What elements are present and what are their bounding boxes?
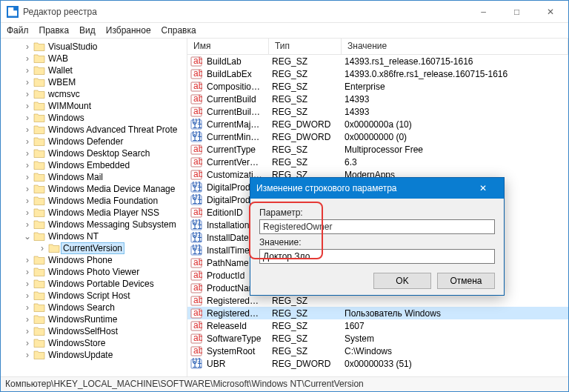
expander-icon[interactable]: › xyxy=(23,267,32,277)
expander-icon[interactable]: › xyxy=(23,89,32,99)
menu-edit[interactable]: Правка xyxy=(39,25,70,36)
folder-icon xyxy=(33,184,45,194)
tree-item[interactable]: ›Windows Media Player NSS xyxy=(1,207,187,219)
maximize-button[interactable]: □ xyxy=(500,1,533,23)
expander-icon[interactable]: › xyxy=(23,101,32,111)
tree-item[interactable]: ›Windows Media Device Manage xyxy=(1,183,187,195)
list-row[interactable]: 011110UBRREG_DWORD0x00000033 (51) xyxy=(187,357,568,370)
expander-icon[interactable]: › xyxy=(23,172,32,182)
ok-button[interactable]: OK xyxy=(373,273,431,289)
expander-icon[interactable]: › xyxy=(23,148,32,159)
tree-item[interactable]: ›Wallet xyxy=(1,64,187,76)
tree-item[interactable]: ›Windows Media Foundation xyxy=(1,195,187,207)
list-row[interactable]: abCurrentTypeREG_SZMultiprocessor Free xyxy=(187,143,568,156)
list-row[interactable]: abBuildLabREG_SZ14393.rs1_release.160715… xyxy=(187,55,568,67)
value-type-icon: ab xyxy=(190,156,202,168)
list-row[interactable]: abBuildLabExREG_SZ14393.0.x86fre.rs1_rel… xyxy=(187,67,568,80)
col-value[interactable]: Значение xyxy=(342,39,568,54)
col-type[interactable]: Тип xyxy=(269,39,342,54)
tree-item[interactable]: ›Windows Search xyxy=(1,302,187,313)
tree-item[interactable]: ›WindowsUpdate xyxy=(1,349,187,361)
tree-item[interactable]: ›Windows Embedded xyxy=(1,159,187,171)
expander-icon[interactable]: ⌄ xyxy=(23,231,32,242)
tree-item[interactable]: ›Windows Portable Devices xyxy=(1,278,187,290)
expander-icon[interactable]: › xyxy=(23,350,32,360)
tree-item[interactable]: ›WindowsSelfHost xyxy=(1,325,187,337)
close-button[interactable]: ✕ xyxy=(533,1,567,23)
list-row[interactable]: abCurrentVersionREG_SZ6.3 xyxy=(187,156,568,168)
tree-item[interactable]: ›WBEM xyxy=(1,76,187,88)
expander-icon[interactable]: › xyxy=(23,124,32,135)
expander-icon[interactable]: › xyxy=(23,314,32,325)
list-row[interactable]: abSoftwareTypeREG_SZSystem xyxy=(187,332,568,345)
tree-item[interactable]: ›Windows Mail xyxy=(1,171,187,183)
dialog-titlebar[interactable]: Изменение строкового параметра ✕ xyxy=(250,178,504,199)
tree-item[interactable]: ›Windows Messaging Subsystem xyxy=(1,219,187,230)
expander-icon[interactable]: › xyxy=(23,290,32,301)
expander-icon[interactable]: › xyxy=(23,113,32,123)
list-row[interactable]: 011110CurrentMinorVe…REG_DWORD0x00000000… xyxy=(187,130,568,143)
tree-item[interactable]: ›Windows Advanced Threat Prote xyxy=(1,124,187,136)
tree-item[interactable]: ›WIMMount xyxy=(1,100,187,112)
expander-icon[interactable]: › xyxy=(23,255,32,265)
expander-icon[interactable]: › xyxy=(23,65,32,76)
value-type-icon: 011110 xyxy=(190,119,202,130)
list-row[interactable]: abSystemRootREG_SZC:\Windows xyxy=(187,345,568,357)
expander-icon[interactable]: › xyxy=(38,243,47,253)
expander-icon[interactable]: › xyxy=(23,53,32,64)
expander-icon[interactable]: › xyxy=(23,160,32,170)
folder-icon xyxy=(33,255,45,265)
tree-item[interactable]: ›VisualStudio xyxy=(1,41,187,53)
tree-item[interactable]: ›wcmsvc xyxy=(1,88,187,100)
list-row[interactable]: abCompositionEditi…REG_SZEnterprise xyxy=(187,80,568,93)
expander-icon[interactable]: › xyxy=(23,338,32,348)
menu-help[interactable]: Справка xyxy=(162,25,196,36)
tree-item[interactable]: ›WindowsStore xyxy=(1,337,187,349)
tree-item[interactable]: ›Windows Phone xyxy=(1,254,187,266)
expander-icon[interactable]: › xyxy=(23,196,32,206)
minimize-button[interactable]: – xyxy=(467,1,500,23)
list-row[interactable]: abCurrentBuildNu…REG_SZ14393 xyxy=(187,105,568,118)
svg-text:ab: ab xyxy=(193,93,202,104)
tree-item[interactable]: ›CurrentVersion xyxy=(1,242,187,254)
menu-view[interactable]: Вид xyxy=(79,25,96,36)
cell-value: 1607 xyxy=(340,321,568,331)
expander-icon[interactable]: › xyxy=(23,219,32,230)
tree-item[interactable]: ›WAB xyxy=(1,53,187,64)
list-row[interactable]: abRegisteredOrga…REG_SZ xyxy=(187,294,568,307)
col-name[interactable]: Имя xyxy=(187,39,269,54)
expander-icon[interactable]: › xyxy=(23,136,32,147)
tree-item[interactable]: ⌄Windows NT xyxy=(1,230,187,242)
list-row[interactable]: 011110CurrentMajorVe…REG_DWORD0x0000000a… xyxy=(187,118,568,130)
expander-icon[interactable]: › xyxy=(23,41,32,52)
menu-file[interactable]: Файл xyxy=(7,25,29,36)
value-input[interactable] xyxy=(259,249,495,264)
regedit-icon xyxy=(7,6,19,18)
list-row[interactable]: abRegisteredOwnerREG_SZПользователь Wind… xyxy=(187,307,568,319)
list-row[interactable]: abCurrentBuildREG_SZ14393 xyxy=(187,93,568,105)
cell-type: REG_DWORD xyxy=(267,359,340,369)
expander-icon[interactable]: › xyxy=(23,279,32,289)
tree-item[interactable]: ›Windows xyxy=(1,112,187,124)
tree-item[interactable]: ›Windows Photo Viewer xyxy=(1,266,187,278)
tree-item[interactable]: ›Windows Desktop Search xyxy=(1,147,187,159)
expander-icon[interactable]: › xyxy=(23,326,32,336)
menu-favorites[interactable]: Избранное xyxy=(106,25,151,36)
cell-name: SystemRoot xyxy=(202,346,267,356)
tree-item[interactable]: ›WindowsRuntime xyxy=(1,313,187,325)
dialog-close-icon[interactable]: ✕ xyxy=(468,178,498,199)
folder-icon xyxy=(33,279,45,289)
expander-icon[interactable]: › xyxy=(23,207,32,218)
cancel-button[interactable]: Отмена xyxy=(437,273,495,289)
tree-item[interactable]: ›Windows Script Host xyxy=(1,290,187,302)
expander-icon[interactable]: › xyxy=(23,77,32,87)
titlebar: Редактор реестра – □ ✕ xyxy=(1,1,568,23)
expander-icon[interactable]: › xyxy=(23,302,32,313)
expander-icon[interactable]: › xyxy=(23,184,32,194)
tree-label: Windows Advanced Threat Prote xyxy=(47,124,179,135)
tree-pane[interactable]: ›VisualStudio›WAB›Wallet›WBEM›wcmsvc›WIM… xyxy=(1,39,187,376)
tree-label: Windows Portable Devices xyxy=(47,279,156,289)
param-input[interactable] xyxy=(259,219,495,234)
tree-item[interactable]: ›Windows Defender xyxy=(1,136,187,147)
list-row[interactable]: abReleaseIdREG_SZ1607 xyxy=(187,319,568,332)
